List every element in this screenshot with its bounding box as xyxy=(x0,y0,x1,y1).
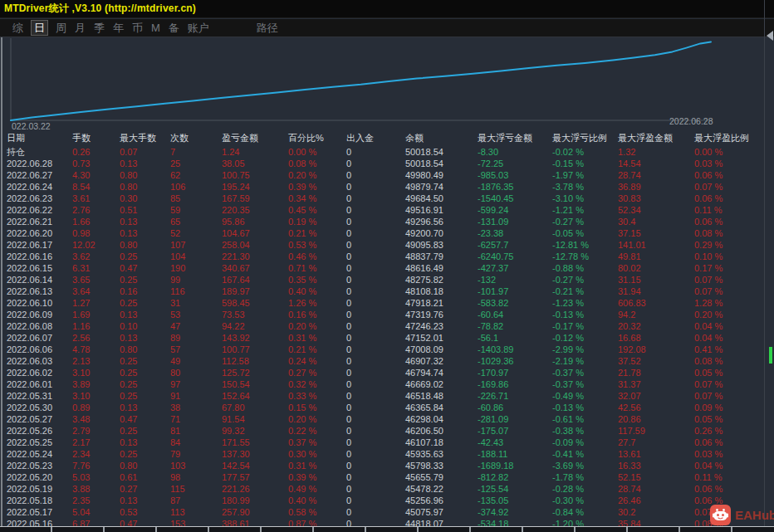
table-cell: 0 xyxy=(346,506,405,518)
menu-item-7[interactable]: 币 xyxy=(132,21,143,35)
table-cell: 0 xyxy=(346,274,405,286)
menu-item-11[interactable]: 路径 xyxy=(257,21,278,35)
table-cell: 0 xyxy=(346,216,405,227)
table-cell: 46365.84 xyxy=(405,402,478,413)
column-header[interactable]: 最大浮盈金额 xyxy=(618,129,694,146)
menu-item-6[interactable]: 年 xyxy=(113,21,124,35)
table-row[interactable]: 2022.05.182.350.1387180.990.40 %045256.9… xyxy=(0,495,774,506)
table-row[interactable]: 2022.06.091.690.135373.530.16 %047319.76… xyxy=(0,309,774,320)
table-cell: 12.02 xyxy=(72,239,120,251)
table-row[interactable]: 2022.06.072.560.1389143.920.31 %047152.0… xyxy=(0,332,774,344)
table-row[interactable]: 2022.06.133.640.16116189.970.40 %048108.… xyxy=(0,286,774,297)
table-cell: 2022.05.23 xyxy=(7,460,72,471)
table-row[interactable]: 2022.06.143.650.2599167.640.35 %048275.8… xyxy=(0,274,774,286)
table-cell: 2022.06.21 xyxy=(7,216,72,227)
table-cell: 2022.06.22 xyxy=(7,204,72,216)
table-cell: 0.05 % xyxy=(694,413,774,425)
table-cell: 0 xyxy=(346,378,405,390)
table-row[interactable]: 2022.05.175.040.53113257.900.58 %045075.… xyxy=(0,506,774,518)
table-row[interactable]: 2022.05.262.790.258199.320.22 %046206.50… xyxy=(0,425,774,437)
table-cell: 46298.04 xyxy=(405,413,478,425)
column-header[interactable]: 最大手数 xyxy=(120,129,170,146)
table-cell: 0.08 % xyxy=(694,227,774,239)
table-row[interactable]: 2022.06.222.760.5159220.350.45 %049516.9… xyxy=(0,204,774,216)
column-header[interactable]: 盈亏金额 xyxy=(222,129,288,146)
menu-item-4[interactable]: 月 xyxy=(75,21,86,35)
menu-item-3[interactable]: 周 xyxy=(56,21,66,35)
table-cell: 89 xyxy=(170,332,222,344)
table-cell: 0 xyxy=(346,437,405,448)
table-cell: -0.27 % xyxy=(552,216,618,227)
table-row[interactable]: 2022.06.233.610.3085167.590.34 %049684.5… xyxy=(0,193,774,204)
table-cell: 137.30 xyxy=(222,448,288,460)
menu-item-1[interactable]: 综 xyxy=(12,21,23,35)
table-row[interactable]: 2022.06.248.540.80106195.240.39 %049879.… xyxy=(0,181,774,193)
table-row[interactable]: 2022.06.032.130.2549112.580.24 %046907.3… xyxy=(0,355,774,367)
table-row[interactable]: 2022.06.274.300.8062100.750.20 %049980.4… xyxy=(0,169,774,181)
column-header[interactable]: 次数 xyxy=(170,129,222,146)
table-row[interactable]: 2022.05.300.890.133867.800.15 %046365.84… xyxy=(0,402,774,413)
table-cell: 0.58 % xyxy=(288,506,346,518)
column-header[interactable]: 日期 xyxy=(7,129,72,146)
table-row[interactable]: 2022.05.193.880.27115221.260.49 %045478.… xyxy=(0,483,774,495)
table-row[interactable]: 2022.06.200.980.1352104.670.21 %049200.7… xyxy=(0,227,774,239)
table-row[interactable]: 2022.05.205.030.6198177.570.39 %045655.7… xyxy=(0,471,774,483)
table-cell: 0 xyxy=(346,332,405,344)
table-cell: 0.00 % xyxy=(694,146,774,158)
table-cell: -132 xyxy=(478,274,552,286)
table-cell: 258.04 xyxy=(222,239,288,251)
table-row[interactable]: 2022.05.273.480.477191.540.20 %046298.04… xyxy=(0,413,774,425)
table-row[interactable]: 2022.06.211.660.136595.860.19 %049296.56… xyxy=(0,216,774,227)
table-cell: 221.30 xyxy=(222,251,288,262)
table-row[interactable]: 2022.05.242.340.2579137.300.30 %045935.6… xyxy=(0,448,774,460)
table-cell: 73.53 xyxy=(222,309,288,320)
table-cell: 3.65 xyxy=(72,274,120,286)
bottom-grid-strip xyxy=(0,526,774,532)
table-row[interactable]: 2022.06.280.730.132538.050.08 %050018.54… xyxy=(0,158,774,169)
table-cell: 49.81 xyxy=(618,251,694,262)
table-row[interactable]: 2022.05.237.760.80103142.540.31 %045798.… xyxy=(0,460,774,471)
table-cell: 0 xyxy=(346,181,405,193)
table-cell: 46907.32 xyxy=(405,355,478,367)
menu-item-5[interactable]: 季 xyxy=(94,21,105,35)
table-cell: 141.01 xyxy=(618,239,694,251)
table-row[interactable]: 2022.05.313.100.2591152.640.33 %046518.4… xyxy=(0,390,774,402)
table-row[interactable]: 2022.06.023.100.2580125.720.27 %046794.7… xyxy=(0,367,774,378)
table-row[interactable]: 2022.05.252.170.1384171.550.37 %046107.1… xyxy=(0,437,774,448)
table-cell: -0.49 % xyxy=(552,390,618,402)
column-header[interactable]: 最大浮亏比例 xyxy=(552,129,618,146)
table-cell: 0 xyxy=(346,367,405,378)
table-row[interactable]: 2022.06.163.620.25104221.300.46 %048837.… xyxy=(0,251,774,262)
table-cell: -0.41 % xyxy=(552,448,618,460)
column-header[interactable]: 百分比% xyxy=(288,129,346,146)
menu-item-9[interactable]: 备 xyxy=(169,21,179,35)
table-cell: 0.47 xyxy=(120,262,170,274)
menu-item-10[interactable]: 账户 xyxy=(188,21,209,35)
column-header[interactable]: 余额 xyxy=(405,129,478,146)
menu-item-2[interactable]: 日 xyxy=(32,21,47,35)
table-row[interactable]: 持仓0.260.0771.240.00 %050018.54-8.30-0.02… xyxy=(0,146,774,158)
table-cell: 0.26 % xyxy=(694,425,774,437)
table-cell: -0.17 % xyxy=(552,320,618,332)
splitter-arrow-icon[interactable] xyxy=(767,31,773,41)
column-header[interactable]: 出入金 xyxy=(346,129,405,146)
table-cell: 46518.48 xyxy=(405,390,478,402)
table-row[interactable]: 2022.06.156.310.47190340.670.71 %048616.… xyxy=(0,262,774,274)
table-row[interactable]: 2022.06.101.270.2531598.451.26 %047918.2… xyxy=(0,297,774,309)
column-header[interactable]: 手数 xyxy=(72,129,120,146)
table-cell: 3.61 xyxy=(72,193,120,204)
table-cell: 0 xyxy=(346,146,405,158)
column-header[interactable]: 最大浮盈比例 xyxy=(694,129,774,146)
scrollbar-indicator[interactable] xyxy=(769,347,772,364)
table-row[interactable]: 2022.06.013.890.2597150.540.32 %046669.0… xyxy=(0,378,774,390)
table-cell: 28.74 xyxy=(618,169,694,181)
menu-item-8[interactable]: M xyxy=(151,21,160,35)
table-cell: 49879.74 xyxy=(405,181,478,193)
column-header[interactable]: 最大浮亏金额 xyxy=(478,129,552,146)
table-cell: 16.33 xyxy=(618,460,694,471)
equity-chart: 022.03.22 2022.06.28 xyxy=(0,37,774,131)
table-cell: 0.04 % xyxy=(694,320,774,332)
table-row[interactable]: 2022.06.064.780.8057100.770.21 %047008.0… xyxy=(0,344,774,355)
table-row[interactable]: 2022.06.1712.020.80107258.040.53 %049095… xyxy=(0,239,774,251)
table-row[interactable]: 2022.06.081.160.104794.220.20 %047246.23… xyxy=(0,320,774,332)
